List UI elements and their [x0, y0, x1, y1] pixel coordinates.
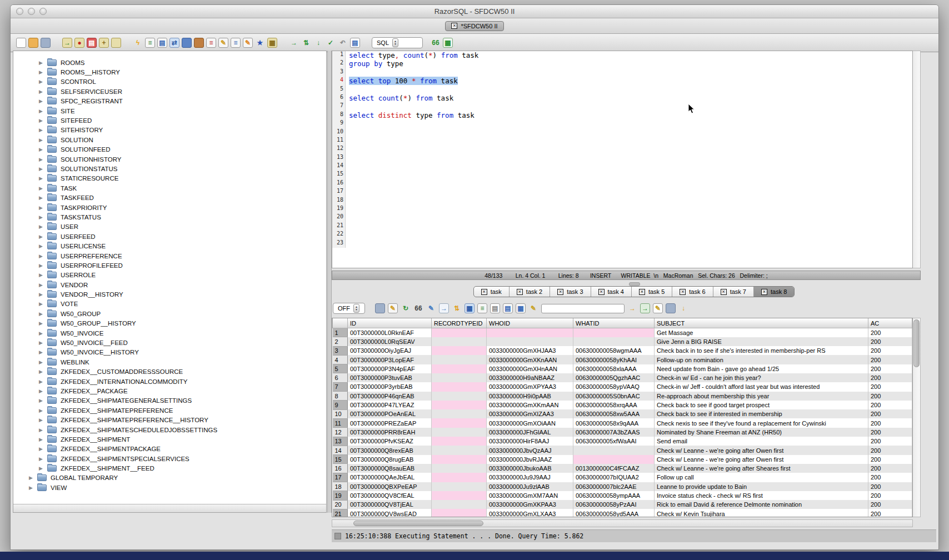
results-tab[interactable]: ×task 4	[591, 287, 632, 297]
table-cell[interactable]: Check back to see if interested in membe…	[655, 409, 868, 418]
table-cell[interactable]: 00630000005xfWaAAI	[573, 437, 655, 446]
filter-icon[interactable]: ✎	[388, 303, 398, 313]
table-cell[interactable]: 0033000000JbukoAAB	[487, 464, 573, 473]
table-row[interactable]: 1600T3000000Q8sauEAB0033000000JbukoAAB00…	[333, 464, 912, 473]
disclosure-triangle-icon[interactable]: ▶	[39, 427, 47, 433]
tree-item[interactable]: ▶ZKFEDEX__SHIPMENT__FEED	[13, 463, 326, 473]
table-cell[interactable]: 0033000000GmXPYAA3	[487, 382, 573, 391]
editor-line[interactable]: 18	[332, 197, 912, 205]
tab-close-icon[interactable]: ×	[557, 289, 563, 295]
disclosure-triangle-icon[interactable]: ▶	[39, 108, 47, 114]
column-header[interactable]: ID	[348, 318, 432, 328]
disclosure-triangle-icon[interactable]: ▶	[39, 369, 47, 374]
disclosure-triangle-icon[interactable]: ▶	[29, 475, 37, 481]
table-cell[interactable]: 00T3000000Q8sauEAB	[348, 464, 432, 473]
tree-item[interactable]: ▶SOLUTIONHISTORY	[13, 154, 326, 164]
table-cell[interactable]: 0013000000C4fFCAAZ	[573, 464, 655, 473]
table-cell[interactable]	[432, 392, 487, 401]
results-tab[interactable]: ×task 7	[713, 287, 754, 297]
table-cell[interactable]	[432, 500, 487, 509]
disclosure-triangle-icon[interactable]: ▶	[39, 272, 47, 278]
table-cell[interactable]	[432, 509, 487, 517]
tree-item[interactable]: ▶SCONTROL	[13, 77, 326, 87]
table-cell[interactable]: Nominated by Shane Freeman at ANZ (HR50)	[655, 428, 868, 437]
disclosure-triangle-icon[interactable]: ▶	[39, 301, 47, 307]
editor-line[interactable]: 19	[332, 205, 912, 213]
table-cell[interactable]: 200	[868, 337, 912, 346]
table-row[interactable]: 1500T3000000Q8rugEAB0033000000JbvRJAAZCh…	[333, 455, 912, 464]
table-cell[interactable]: 0033000000JbvRJAAZ	[487, 455, 573, 464]
compare-pages-icon[interactable]: ⇄	[169, 38, 179, 48]
table-cell[interactable]	[432, 409, 487, 418]
table-cell[interactable]: 0033000000GmXKmAAN	[487, 401, 573, 409]
tree-item[interactable]: ▶ZKFEDEX__SHIPMENTSPECIALSERVICES	[13, 454, 326, 463]
describe-list-icon[interactable]: ≡	[145, 38, 155, 48]
results-tab[interactable]: ×task 2	[510, 287, 550, 297]
tree-item[interactable]: ▶TASK	[13, 183, 326, 193]
table-cell[interactable]	[573, 446, 655, 454]
editor-line[interactable]: 1select type, count(*) from task	[332, 51, 912, 59]
disclosure-triangle-icon[interactable]: ▶	[39, 234, 47, 239]
table-cell[interactable]: Check w/ Leanne - we're going after Owen…	[655, 455, 868, 464]
tree-item[interactable]: ▶ROOMS	[13, 58, 326, 67]
edit-query-icon[interactable]: ✎	[218, 38, 228, 48]
table-cell[interactable]: 200	[868, 418, 912, 427]
tree-item[interactable]: ▶ZKFEDEX__SHIPMENT	[13, 434, 326, 444]
editor-line[interactable]: 22	[332, 231, 912, 239]
table-cell[interactable]	[432, 401, 487, 409]
column-header[interactable]: RECORDTYPEID	[432, 318, 487, 328]
table-cell[interactable]: 200	[868, 437, 912, 446]
disclosure-triangle-icon[interactable]: ▶	[39, 446, 47, 452]
table-cell[interactable]	[487, 337, 573, 346]
results-grid[interactable]: IDRECORDTYPEIDWHOIDWHATIDSUBJECTAC 100T3…	[332, 318, 913, 517]
tree-item[interactable]: ▶USERPREFERENCE	[13, 251, 326, 261]
editor-line[interactable]: 2group by type	[332, 59, 912, 68]
table-cell[interactable]: Check back to see if good target prospec…	[655, 401, 868, 409]
table-cell[interactable]: 00T3000000Q8rexEAB	[348, 446, 432, 454]
table-cell[interactable]: 00630000007bIQUAA2	[573, 473, 655, 482]
table-row[interactable]: 700T3000000P3yrbEAB0033000000GmXPYAA3006…	[333, 382, 912, 391]
table-cell[interactable]: 200	[868, 373, 912, 382]
scrollbar-thumb[interactable]	[353, 521, 483, 526]
generate-table-icon[interactable]: ▦	[267, 38, 277, 48]
tree-item[interactable]: ▶SELFSERVICEUSER	[13, 87, 326, 96]
table-cell[interactable]: 00630000007blc2AAE	[573, 482, 655, 491]
open-folder-icon[interactable]	[28, 38, 38, 48]
editor-line[interactable]: 16	[332, 179, 912, 188]
table-cell[interactable]: Re-approach about membership this year	[655, 392, 868, 401]
title-bar[interactable]: RazorSQL - SFDCW50 II	[11, 5, 938, 18]
results-header-row[interactable]: IDRECORDTYPEIDWHOIDWHATIDSUBJECTAC	[333, 318, 912, 328]
table-cell[interactable]: 200	[868, 464, 912, 473]
table-object-icon[interactable]	[111, 38, 121, 48]
results-tab[interactable]: ×task 5	[632, 287, 672, 297]
tree-item[interactable]: ▶ZKFEDEX__CUSTOMADDRESSSOURCE	[13, 367, 326, 377]
table-cell[interactable]: 200	[868, 482, 912, 491]
table-cell[interactable]: 0033000000GmXOiAAN	[487, 418, 573, 427]
results-tab[interactable]: ×task 3	[550, 287, 591, 297]
disclosure-triangle-icon[interactable]: ▶	[39, 408, 47, 413]
table-cell[interactable]: Rick to email David & reference Delmonte…	[655, 500, 868, 509]
tree-item[interactable]: ▶USERLICENSE	[13, 241, 326, 251]
tree-item[interactable]: ▶SITE	[13, 106, 326, 116]
disclosure-triangle-icon[interactable]: ▶	[39, 69, 47, 75]
table-cell[interactable]: Invoice status check - check w/ RS first	[655, 491, 868, 500]
table-cell[interactable]: 00T3000000QAeJbEAL	[348, 473, 432, 482]
tree-item[interactable]: ▶GLOBAL TEMPORARY	[13, 473, 326, 483]
tree-item[interactable]: ▶SOLUTION	[13, 135, 326, 144]
disclosure-triangle-icon[interactable]: ▶	[39, 176, 47, 181]
table-cell[interactable]	[432, 473, 487, 482]
tab-close-icon[interactable]: ×	[598, 289, 605, 295]
tree-item[interactable]: ▶STATICRESOURCE	[13, 174, 326, 183]
format-sql-icon[interactable]: ✎	[243, 38, 253, 48]
editor-line[interactable]: 12	[332, 145, 912, 153]
table-cell[interactable]: 00T3000000L0RknEAF	[348, 328, 432, 337]
table-cell[interactable]	[432, 482, 487, 491]
execute-icon[interactable]: →	[289, 38, 299, 48]
table-cell[interactable]: 00T3000000OiyJgEAJ	[348, 346, 432, 355]
fetch-icon[interactable]: ↓	[313, 38, 323, 48]
table-cell[interactable]: Give Jenn a BIG RAISE	[655, 337, 868, 346]
tree-item[interactable]: ▶VENDOR	[13, 280, 326, 289]
table-row[interactable]: 100T3000000L0RknEAFGet Massage200	[333, 328, 912, 337]
table-row[interactable]: 1300T3000000PfvKSEAZ0033000000HirF8AAJ00…	[333, 437, 912, 446]
disclosure-triangle-icon[interactable]: ▶	[39, 398, 47, 403]
